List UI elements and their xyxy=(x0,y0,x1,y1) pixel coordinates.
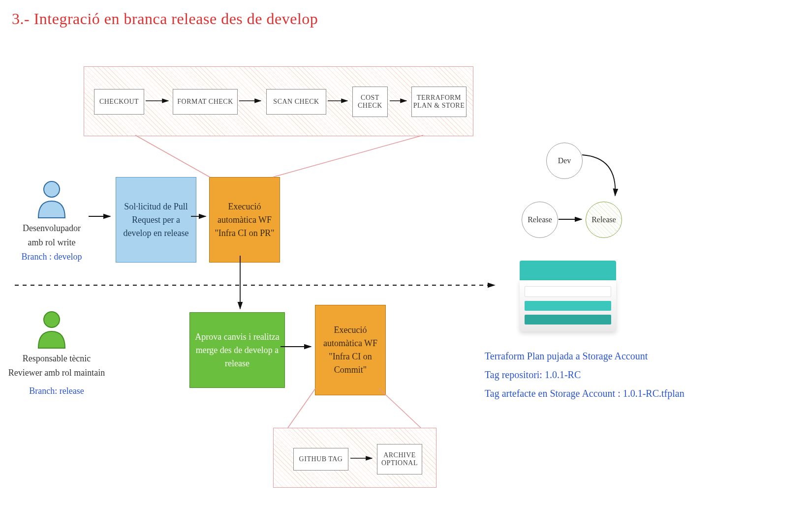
arrows-layer xyxy=(0,0,809,532)
svg-line-3 xyxy=(273,135,423,177)
svg-line-2 xyxy=(135,135,210,177)
svg-line-5 xyxy=(379,388,421,428)
svg-line-4 xyxy=(288,388,315,428)
